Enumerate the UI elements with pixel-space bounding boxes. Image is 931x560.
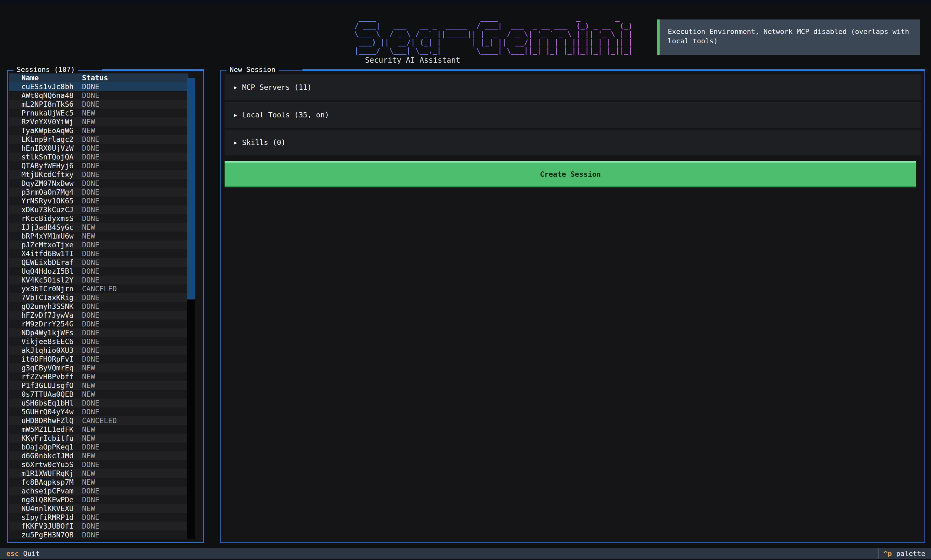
session-name-cell: m1R1XWUFRqKj [9, 469, 82, 477]
notification-text: Execution Environment, Network MCP disab… [668, 28, 909, 45]
session-status-cell: DONE [82, 294, 99, 302]
session-status-cell: DONE [82, 337, 99, 346]
session-row[interactable]: P1f3GLUJsgfONEW [9, 381, 188, 390]
session-status-cell: DONE [82, 258, 99, 266]
session-row[interactable]: NU4nnlKKVEXUNEW [9, 504, 188, 513]
section-local-tools[interactable]: ▶Local Tools (35, on) [225, 102, 921, 128]
session-status-cell: NEW [82, 223, 95, 231]
session-status-cell: DONE [82, 179, 99, 188]
session-name-cell: zu5PgEH3N7QB [9, 531, 82, 539]
session-row[interactable]: bRP4xYM1mU6wNEW [9, 232, 188, 240]
session-row[interactable]: YrNSRyv1OK65DONE [9, 197, 188, 205]
session-name-cell: 5GUHrQ04yY4w [9, 408, 82, 416]
session-status-cell: CANCELED [82, 417, 117, 425]
session-row[interactable]: s6Xrtw0cYu5SDONE [9, 460, 188, 469]
session-row[interactable]: NDp4Wy1kjWFsDONE [9, 328, 188, 337]
session-name-cell: YrNSRyv1OK65 [9, 197, 82, 205]
new-session-panel-title: New Session [227, 66, 279, 74]
session-name-cell: cuESs1vJc8bh [9, 83, 82, 91]
status-separator [878, 548, 879, 559]
session-status-cell: NEW [82, 390, 95, 398]
session-row[interactable]: uSH6bsEq1bHlDONE [9, 398, 188, 408]
session-row[interactable]: yx3bICr0NjrnCANCELED [9, 285, 188, 293]
app-logo-ascii: ____ ____ _ _ / ___| ___ __ _ _____ / __… [354, 14, 633, 55]
session-row[interactable]: RzVeYXV0YiWjNEW [9, 117, 188, 126]
session-row[interactable]: fc8BAqpksp7MNEW [9, 478, 188, 486]
session-status-cell: DONE [82, 460, 99, 469]
session-status-cell: NEW [82, 118, 95, 126]
session-row[interactable]: zu5PgEH3N7QBDONE [9, 531, 188, 539]
sessions-panel: Sessions (107) Name Status cuESs1vJc8bhD… [7, 70, 204, 543]
session-row[interactable]: Vikjee8sEEC6DONE [9, 337, 188, 346]
session-row[interactable]: 5GUHrQ04yY4wDONE [9, 408, 188, 416]
session-row[interactable]: mL2NPI8nTkS6DONE [9, 100, 188, 109]
session-row[interactable]: AWt0qNQ6na48DONE [9, 91, 188, 100]
session-row[interactable]: hEnIRX0UjVzWDONE [9, 144, 188, 152]
session-row[interactable]: QTAByfWEHyj6DONE [9, 162, 188, 170]
session-row[interactable]: fKKFV3JUBOfIDONE [9, 522, 188, 531]
session-row[interactable]: uHD8DRhwFZlQCANCELED [9, 416, 188, 425]
session-name-cell: RzVeYXV0YiWj [9, 118, 82, 126]
session-row[interactable]: QEWEixbDErafDONE [9, 258, 188, 267]
session-row[interactable]: bOajaQpPKeq1DONE [9, 443, 188, 451]
session-row[interactable]: rKccBidyxmsSDONE [9, 214, 188, 223]
session-row[interactable]: d6G0nbkcIJMdNEW [9, 451, 188, 460]
session-row[interactable]: rfZZvHBPvbffNEW [9, 372, 188, 381]
section-label: MCP Servers (11) [242, 83, 312, 91]
session-row[interactable]: p3rmQaOn7Mg4DONE [9, 188, 188, 197]
session-name-cell: LKLnp9rlagc2 [9, 135, 82, 143]
session-row[interactable]: stlkSnTQojQADONE [9, 152, 188, 162]
session-status-cell: DONE [82, 346, 99, 354]
palette-key-hint[interactable]: ^p palette [878, 548, 931, 559]
session-row[interactable]: 7VbTCIaxKRigDONE [9, 293, 188, 302]
session-row[interactable]: MtjUKcdCftxyDONE [9, 170, 188, 179]
session-name-cell: KV4Kc5Oisl2Y [9, 276, 82, 284]
session-row[interactable]: sIpyfiRMRP1dDONE [9, 513, 188, 522]
session-row[interactable]: cuESs1vJc8bhDONE [9, 82, 188, 91]
session-status-cell: NEW [82, 469, 95, 477]
session-row[interactable]: achseipCFvamDONE [9, 486, 188, 495]
session-name-cell: 0s7TTUAa0QEB [9, 390, 82, 398]
session-row[interactable]: m1R1XWUFRqKjNEW [9, 469, 188, 478]
session-row[interactable]: ng8lQ8KEwPDeDONE [9, 495, 188, 504]
scrollbar-thumb[interactable] [187, 78, 195, 300]
session-row[interactable]: IJj3adB4SyGcNEW [9, 223, 188, 232]
session-name-cell: fKKFV3JUBOfI [9, 522, 82, 530]
session-row[interactable]: DqyZM07NxDwwDONE [9, 179, 188, 188]
session-row[interactable]: UqQ4HdozI5BlDONE [9, 267, 188, 275]
session-row[interactable]: LKLnp9rlagc2DONE [9, 135, 188, 144]
session-name-cell: MtjUKcdCftxy [9, 171, 82, 178]
session-status-cell: DONE [82, 100, 99, 108]
session-name-cell: uSH6bsEq1bHl [9, 399, 82, 407]
session-row[interactable]: hFZvDf7JywVaDONE [9, 311, 188, 320]
session-row[interactable]: xDKu73kCuzCJDONE [9, 205, 188, 214]
create-session-button[interactable]: Create Session [225, 161, 916, 188]
session-name-cell: X4itfd6Bw1TI [9, 249, 82, 258]
quit-key-hint[interactable]: esc Quit [0, 550, 40, 557]
session-status-cell: DONE [82, 83, 99, 91]
session-row[interactable]: X4itfd6Bw1TIDONE [9, 249, 188, 258]
session-row[interactable]: g3qCByVQmrEqNEW [9, 363, 188, 372]
section-mcp-servers[interactable]: ▶MCP Servers (11) [225, 74, 921, 100]
session-row[interactable]: PrnukaUjWEc5NEW [9, 109, 188, 117]
session-name-cell: mL2NPI8nTkS6 [9, 100, 82, 108]
session-row[interactable]: 0s7TTUAa0QEBNEW [9, 390, 188, 398]
session-status-cell: DONE [82, 241, 99, 249]
session-status-cell: NEW [82, 232, 95, 240]
session-row[interactable]: pJZcMtxoTjxeDONE [9, 240, 188, 249]
session-row[interactable]: akJtqhio0XU3DONE [9, 346, 188, 355]
sessions-scrollbar[interactable] [187, 78, 195, 539]
section-skills[interactable]: ▶Skills (0) [225, 130, 921, 155]
session-status-cell: DONE [82, 91, 99, 100]
session-row[interactable]: gQ2umyh3SSNKDONE [9, 302, 188, 311]
session-row[interactable]: TyaKWpEoAqWGNEW [9, 126, 188, 135]
new-session-panel: New Session ▶MCP Servers (11)▶Local Tool… [220, 70, 925, 543]
session-status-cell: DONE [82, 513, 99, 522]
window-top-edge [0, 0, 931, 4]
session-row[interactable]: mW5MZ1L1edFKNEW [9, 425, 188, 434]
session-row[interactable]: it6DFHORpFvIDONE [9, 355, 188, 363]
session-row[interactable]: KV4Kc5Oisl2YDONE [9, 275, 188, 285]
session-status-cell: NEW [82, 382, 95, 389]
session-row[interactable]: KKyFrIcbitfuNEW [9, 434, 188, 443]
session-row[interactable]: rM9zDrrY254GDONE [9, 320, 188, 328]
